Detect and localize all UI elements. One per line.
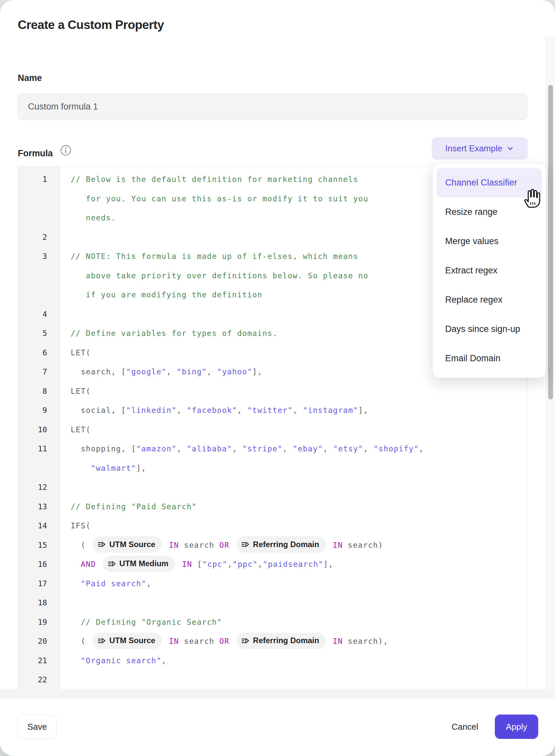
insert-example-label: Insert Example bbox=[445, 144, 502, 154]
line-number: 16 bbox=[18, 555, 60, 574]
line-number: 20 bbox=[18, 632, 60, 651]
line-number: 10 bbox=[18, 420, 60, 440]
line-number: 4 bbox=[18, 305, 60, 324]
code-line-content[interactable]: // Define variables for types of domains… bbox=[60, 324, 278, 343]
line-number: 3 bbox=[18, 247, 60, 266]
page-title: Create a Custom Property bbox=[18, 18, 164, 32]
code-line: 11 shopping, ["amazon", "alibaba", "stri… bbox=[18, 439, 527, 459]
name-input[interactable] bbox=[18, 93, 527, 120]
code-line-content[interactable]: search, ["google", "bing", "yahoo"], bbox=[60, 362, 262, 382]
property-pill-icon bbox=[241, 637, 250, 645]
menu-item-channel-classifier[interactable]: Channel Classifier bbox=[437, 168, 542, 197]
menu-item-resize-range[interactable]: Resize range bbox=[437, 197, 542, 227]
code-line-content[interactable]: LET( bbox=[60, 382, 91, 401]
property-pill-utm-source[interactable]: UTM Source bbox=[93, 536, 162, 553]
line-number bbox=[18, 208, 60, 228]
line-number: 1 bbox=[18, 170, 60, 189]
code-line-content[interactable] bbox=[60, 478, 71, 497]
code-line-content[interactable] bbox=[60, 305, 71, 324]
menu-item-replace-regex[interactable]: Replace regex bbox=[437, 285, 542, 315]
code-line-content[interactable]: AND UTM Medium IN ["cpc","ppc","paidsear… bbox=[60, 555, 333, 574]
info-icon[interactable] bbox=[60, 145, 71, 156]
formula-label: Formula bbox=[18, 148, 53, 159]
code-line-content[interactable]: // Defining "Organic Search" bbox=[60, 612, 222, 632]
line-number: 2 bbox=[18, 228, 60, 247]
property-pill-label: Referring Domain bbox=[253, 631, 319, 650]
line-number: 8 bbox=[18, 382, 60, 401]
code-line-content[interactable]: "Organic search", bbox=[60, 651, 167, 671]
code-line: "walmart"], bbox=[18, 459, 527, 478]
cancel-button[interactable]: Cancel bbox=[442, 715, 488, 739]
chevron-down-icon bbox=[506, 145, 514, 152]
code-line-content[interactable]: LET( bbox=[60, 420, 91, 440]
menu-item-days-since-sign-up[interactable]: Days since sign-up bbox=[437, 315, 542, 344]
code-line-content[interactable]: for you. You can use this as-is or modif… bbox=[60, 189, 368, 208]
code-line-content[interactable]: ( UTM Source IN search OR Referring Doma… bbox=[60, 535, 383, 555]
code-line-content[interactable]: LET( bbox=[60, 343, 91, 363]
insert-example-button[interactable]: Insert Example bbox=[432, 137, 528, 160]
property-pill-utm-source[interactable]: UTM Source bbox=[93, 633, 162, 649]
property-pill-referring-domain[interactable]: Referring Domain bbox=[237, 633, 326, 649]
property-pill-label: Referring Domain bbox=[253, 535, 319, 554]
line-number: 5 bbox=[18, 324, 60, 343]
code-line-content[interactable]: needs. bbox=[60, 208, 116, 228]
code-line: 19 // Defining "Organic Search" bbox=[18, 612, 527, 632]
line-number: 12 bbox=[18, 478, 60, 497]
code-line-content[interactable]: if you are modifying the definition bbox=[60, 285, 262, 305]
menu-item-extract-regex[interactable]: Extract regex bbox=[437, 256, 542, 285]
code-line: 13// Defining "Paid Search" bbox=[18, 497, 527, 517]
modal-scrollbar-thumb[interactable] bbox=[548, 85, 553, 399]
code-line-content[interactable]: social, ["linkedin", "facebook", "twitte… bbox=[60, 401, 369, 420]
code-line-content[interactable]: shopping, ["amazon", "alibaba", "stripe"… bbox=[60, 439, 424, 459]
code-line-content[interactable]: // Below is the default definition for m… bbox=[60, 170, 358, 189]
code-line-content[interactable]: ( UTM Source IN search OR Referring Doma… bbox=[60, 632, 388, 651]
code-line-content[interactable] bbox=[60, 670, 71, 689]
code-line-content[interactable]: "walmart"], bbox=[60, 459, 146, 478]
property-pill-label: UTM Source bbox=[109, 631, 155, 650]
code-line: 18 bbox=[18, 593, 527, 612]
code-line-content[interactable] bbox=[60, 228, 71, 247]
line-number: 9 bbox=[18, 401, 60, 420]
insert-example-menu: Channel ClassifierResize rangeMerge valu… bbox=[432, 163, 546, 378]
line-number: 6 bbox=[18, 343, 60, 363]
editor-bottom-strip bbox=[0, 689, 555, 699]
line-number bbox=[18, 459, 60, 478]
line-number: 15 bbox=[18, 535, 60, 555]
code-line: 15 ( UTM Source IN search OR Referring D… bbox=[18, 535, 527, 555]
property-pill-utm-medium[interactable]: UTM Medium bbox=[103, 556, 175, 572]
code-line: 10LET( bbox=[18, 420, 527, 440]
menu-item-email-domain[interactable]: Email Domain bbox=[437, 344, 542, 373]
code-line: 12 bbox=[18, 478, 527, 497]
property-pill-icon bbox=[108, 560, 116, 568]
line-number: 11 bbox=[18, 439, 60, 459]
code-line-content[interactable]: above take priority over definitions bel… bbox=[60, 266, 368, 285]
code-line-content[interactable]: IFS( bbox=[60, 516, 91, 535]
line-number bbox=[18, 189, 60, 208]
property-pill-label: UTM Source bbox=[109, 535, 155, 554]
save-button[interactable]: Save bbox=[18, 715, 56, 739]
code-line-content[interactable]: // Defining "Paid Search" bbox=[60, 497, 197, 517]
line-number: 14 bbox=[18, 516, 60, 535]
name-label: Name bbox=[18, 73, 42, 83]
property-pill-referring-domain[interactable]: Referring Domain bbox=[237, 536, 326, 553]
property-pill-icon bbox=[97, 540, 106, 549]
code-line-content[interactable] bbox=[60, 593, 71, 612]
code-line: 20 ( UTM Source IN search OR Referring D… bbox=[18, 632, 527, 651]
line-number: 7 bbox=[18, 362, 60, 382]
code-line: 21 "Organic search", bbox=[18, 651, 527, 671]
code-line: 14IFS( bbox=[18, 516, 527, 535]
line-number: 17 bbox=[18, 574, 60, 594]
code-line-content[interactable]: // NOTE: This formula is made up of if-e… bbox=[60, 247, 358, 266]
menu-item-merge-values[interactable]: Merge values bbox=[437, 227, 542, 256]
line-number bbox=[18, 285, 60, 305]
line-number bbox=[18, 266, 60, 285]
code-line-content[interactable]: "Paid search", bbox=[60, 574, 152, 594]
apply-button[interactable]: Apply bbox=[495, 715, 538, 739]
line-number: 18 bbox=[18, 593, 60, 612]
code-line: 16 AND UTM Medium IN ["cpc","ppc","paids… bbox=[18, 555, 527, 574]
modal-scrollbar-track[interactable] bbox=[546, 36, 555, 689]
code-line: 9 social, ["linkedin", "facebook", "twit… bbox=[18, 401, 527, 420]
property-pill-icon bbox=[241, 540, 250, 549]
code-line: 17 "Paid search", bbox=[18, 574, 527, 594]
line-number: 21 bbox=[18, 651, 60, 671]
